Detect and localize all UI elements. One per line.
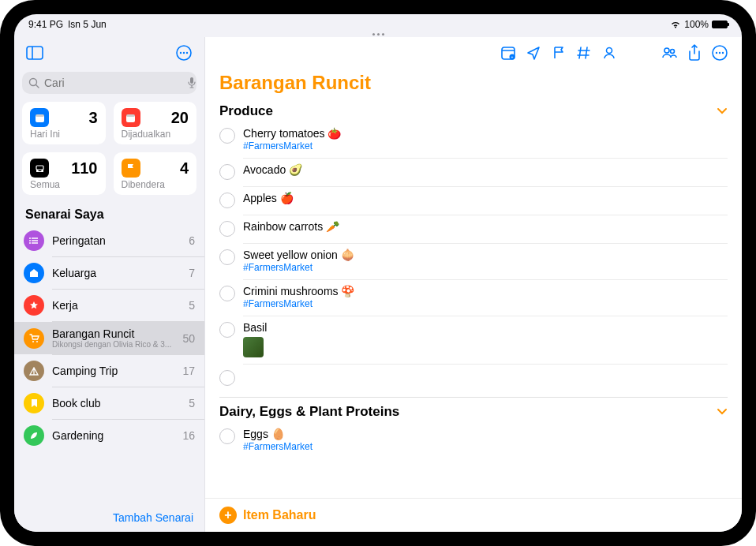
smart-count: 110 — [71, 159, 97, 178]
check-circle[interactable] — [219, 370, 235, 386]
reminder-row[interactable]: Rainbow carrots 🥕 — [219, 215, 728, 243]
status-time: 9:41 PG — [28, 19, 63, 30]
list-title: Peringatan — [52, 234, 181, 247]
reminder-row[interactable]: Crimini mushrooms 🍄 #FarmersMarket — [219, 280, 728, 316]
svg-point-21 — [36, 341, 38, 342]
sidebar-list-barangan-runcit[interactable]: Barangan Runcit Dikongsi dengan Olivia R… — [14, 322, 204, 354]
svg-point-5 — [186, 52, 188, 54]
smart-label: Semua — [30, 179, 98, 190]
svg-point-20 — [32, 341, 34, 342]
search-input[interactable] — [44, 77, 182, 89]
reminder-tag[interactable]: #FarmersMarket — [243, 140, 728, 151]
svg-point-30 — [716, 52, 717, 54]
reminder-row[interactable]: Cherry tomatoes 🍅 #FarmersMarket — [219, 122, 728, 158]
sidebar-list-camping-trip[interactable]: Camping Trip 17 — [14, 355, 204, 387]
reminder-text: Cherry tomatoes 🍅 — [243, 127, 728, 140]
svg-point-27 — [664, 48, 669, 53]
smart-card-semua[interactable]: 110 Semua — [22, 152, 106, 195]
location-icon[interactable] — [522, 42, 545, 64]
list-title: Book club — [52, 397, 181, 410]
svg-point-31 — [719, 52, 720, 54]
reminder-row[interactable]: Sweet yellow onion 🧅 #FarmersMarket — [219, 244, 728, 279]
calendar-icon[interactable]: + — [497, 42, 519, 64]
search-field[interactable] — [22, 72, 196, 94]
group-header[interactable]: Produce — [219, 100, 728, 122]
svg-point-18 — [29, 240, 31, 241]
more-actions-icon[interactable] — [709, 42, 731, 64]
flag-icon[interactable] — [548, 42, 570, 64]
reminder-text: Avocado 🥑 — [243, 163, 728, 176]
list-title: Kerja — [52, 299, 181, 312]
smart-label: Hari Ini — [30, 129, 98, 140]
hashtag-icon[interactable] — [573, 42, 595, 64]
svg-line-7 — [36, 85, 39, 88]
svg-text:+: + — [511, 54, 514, 59]
multitask-grabber[interactable] — [14, 32, 742, 37]
calendar-icon — [122, 108, 140, 127]
battery-icon — [712, 21, 728, 28]
check-circle[interactable] — [219, 193, 235, 208]
new-item-button[interactable]: + Item Baharu — [205, 498, 742, 532]
svg-rect-8 — [190, 77, 193, 84]
list-icon — [24, 230, 44, 251]
empty-reminder-row[interactable] — [219, 365, 728, 392]
status-bar: 9:41 PG Isn 5 Jun 100% — [14, 14, 742, 32]
list-count: 16 — [182, 429, 195, 442]
check-circle[interactable] — [219, 128, 235, 144]
calendar-icon — [30, 108, 49, 127]
check-circle[interactable] — [219, 322, 235, 338]
reminder-text: Crimini mushrooms 🍄 — [243, 285, 728, 297]
sidebar-list-keluarga[interactable]: Keluarga 7 — [14, 257, 204, 289]
list-count: 5 — [189, 397, 195, 410]
group-title: Dairy, Eggs & Plant Proteins — [219, 404, 399, 420]
person-icon[interactable] — [598, 42, 620, 64]
svg-point-19 — [29, 242, 31, 244]
check-circle[interactable] — [219, 428, 235, 444]
reminder-row[interactable]: Avocado 🥑 — [219, 159, 728, 186]
smart-card-dibendera[interactable]: 4 Dibendera — [114, 152, 197, 195]
battery-pct: 100% — [684, 19, 709, 30]
check-circle[interactable] — [219, 249, 235, 265]
sidebar-list-gardening[interactable]: Gardening 16 — [14, 420, 204, 451]
search-icon — [28, 77, 39, 88]
more-icon[interactable] — [173, 42, 195, 64]
reminder-tag[interactable]: #FarmersMarket — [243, 298, 728, 309]
check-circle[interactable] — [219, 286, 235, 301]
sidebar-toggle-icon[interactable] — [24, 42, 46, 64]
add-list-button[interactable]: Tambah Senarai — [14, 503, 204, 532]
list-count: 50 — [182, 332, 195, 345]
sidebar-list-kerja[interactable]: Kerja 5 — [14, 290, 204, 321]
main-panel: + Barangan Runcit Produce Cherry tomatoe… — [205, 37, 742, 532]
reminder-tag[interactable]: #FarmersMarket — [243, 441, 728, 452]
smart-label: Dijadualkan — [122, 129, 189, 140]
reminder-tag[interactable]: #FarmersMarket — [243, 262, 728, 273]
tent-icon — [24, 361, 44, 381]
list-count: 6 — [189, 234, 195, 247]
main-toolbar: + — [205, 37, 742, 69]
chevron-down-icon — [717, 408, 728, 416]
list-count: 17 — [182, 365, 195, 377]
share-people-icon[interactable] — [658, 42, 680, 64]
svg-rect-12 — [126, 114, 135, 117]
sidebar-list-peringatan[interactable]: Peringatan 6 — [14, 225, 204, 256]
group-header[interactable]: Dairy, Eggs & Plant Proteins — [219, 401, 728, 423]
check-circle[interactable] — [219, 164, 235, 180]
svg-point-32 — [722, 52, 724, 54]
reminder-text: Rainbow carrots 🥕 — [243, 220, 728, 233]
check-circle[interactable] — [219, 221, 235, 237]
mic-icon[interactable] — [187, 77, 196, 89]
reminder-row[interactable]: Apples 🍎 — [219, 187, 728, 215]
share-icon[interactable] — [683, 42, 705, 64]
reminder-thumbnail[interactable] — [243, 337, 264, 357]
star-icon — [24, 295, 44, 316]
sidebar: 3 Hari Ini 20 Dijadualkan 110 Semua 4 Di… — [14, 37, 205, 532]
smart-count: 20 — [171, 109, 189, 127]
reminder-row[interactable]: Eggs 🥚 #FarmersMarket — [219, 423, 728, 458]
reminder-row[interactable]: Basil — [219, 316, 728, 364]
bookmark-icon — [24, 393, 44, 413]
smart-card-hari-ini[interactable]: 3 Hari Ini — [22, 102, 106, 144]
ipad-frame: 9:41 PG Isn 5 Jun 100% 3 Hari Ini 20 Dij… — [0, 0, 756, 546]
my-lists-header: Senarai Saya — [14, 203, 204, 225]
smart-card-dijadualkan[interactable]: 20 Dijadualkan — [114, 102, 197, 144]
sidebar-list-book-club[interactable]: Book club 5 — [14, 387, 204, 419]
